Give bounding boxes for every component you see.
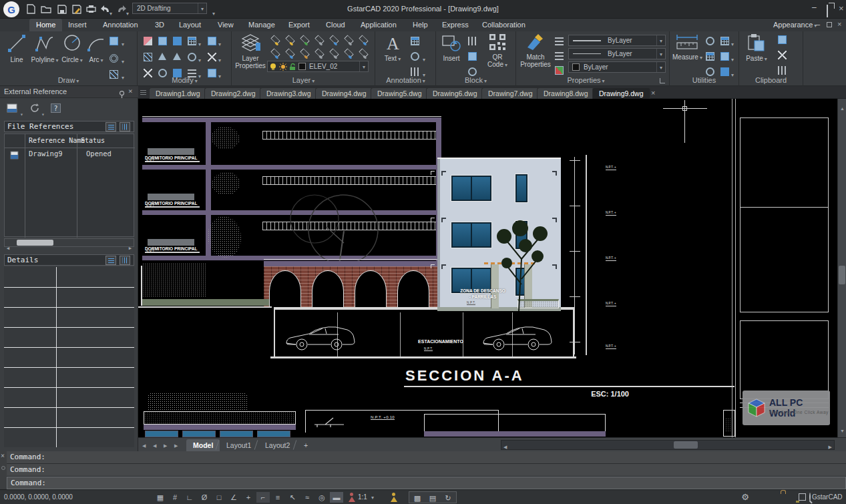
copy-clip-icon[interactable] bbox=[778, 66, 787, 75]
details-view-button-2[interactable] bbox=[120, 256, 130, 265]
lineweight-select[interactable]: ByLayer bbox=[568, 35, 666, 46]
layer-state-icon[interactable] bbox=[314, 35, 324, 44]
list-view-icon[interactable]: ▤ bbox=[426, 493, 439, 503]
gear-icon[interactable]: ⚙ bbox=[738, 492, 752, 503]
array-dropdown-icon[interactable] bbox=[198, 37, 201, 49]
refresh-icon[interactable] bbox=[29, 103, 40, 116]
tab-application[interactable]: Application bbox=[354, 19, 403, 31]
doc-tab-drawing3[interactable]: Drawing3.dwg bbox=[260, 87, 318, 99]
canvas-vscrollbar[interactable] bbox=[837, 99, 846, 437]
block-edit-icon[interactable] bbox=[468, 52, 477, 61]
close-button[interactable] bbox=[839, 3, 844, 13]
linetype-list-icon[interactable] bbox=[555, 51, 564, 60]
doc-tab-drawing7[interactable]: Drawing7.dwg bbox=[481, 87, 540, 99]
paste-special-icon[interactable] bbox=[778, 35, 787, 44]
layer-panel-caption[interactable]: Layer bbox=[232, 75, 375, 85]
tab-layout2[interactable]: Layout2 bbox=[258, 439, 296, 451]
annotation-scale-person-icon[interactable] bbox=[349, 493, 355, 502]
tab-collaboration[interactable]: Collaboration bbox=[475, 19, 532, 31]
doc-tab-drawing5[interactable]: Drawing5.dwg bbox=[371, 87, 429, 99]
text-button[interactable]: A Text bbox=[381, 33, 404, 63]
lineweight-icon[interactable]: ≡ bbox=[271, 492, 284, 503]
find-icon[interactable] bbox=[809, 493, 811, 501]
fullscreen-icon[interactable] bbox=[799, 493, 806, 501]
stretch-tool-icon[interactable] bbox=[144, 53, 152, 61]
mirror-tool-icon[interactable] bbox=[173, 37, 182, 45]
properties-dialog-launcher-icon[interactable] bbox=[660, 78, 665, 83]
ortho-mode-icon[interactable]: ∟ bbox=[183, 492, 196, 503]
first-layout-icon[interactable] bbox=[142, 441, 146, 449]
doc-tab-drawing6[interactable]: Drawing6.dwg bbox=[426, 87, 484, 99]
doc-tab-drawing4[interactable]: Drawing4.dwg bbox=[315, 87, 373, 99]
snap-tracking-icon[interactable]: + bbox=[242, 492, 255, 503]
table-tool-icon[interactable] bbox=[411, 37, 419, 45]
attach-dropdown-icon[interactable] bbox=[20, 106, 23, 119]
align-tool-icon[interactable] bbox=[208, 37, 216, 45]
mdi-close-button[interactable] bbox=[837, 20, 841, 28]
lineweight-list-icon[interactable] bbox=[555, 37, 564, 45]
layer-properties-button[interactable]: Layer Properties bbox=[235, 33, 266, 69]
layer-state-icon[interactable] bbox=[359, 48, 368, 57]
fillet-dropdown-icon[interactable] bbox=[198, 53, 201, 65]
tab-help[interactable]: Help bbox=[406, 19, 435, 31]
hscroll-left-arrow-icon[interactable] bbox=[503, 442, 507, 450]
drawing-canvas[interactable]: DORMITORIO PRINCIPAL N.P.T. DORMITORIO P… bbox=[138, 99, 846, 437]
id-point-dropdown-icon[interactable] bbox=[731, 52, 734, 64]
layer-state-icon[interactable] bbox=[329, 48, 339, 57]
leader-dropdown-icon[interactable] bbox=[423, 52, 425, 64]
object-snap-icon[interactable]: □ bbox=[212, 492, 226, 503]
modify-panel-caption[interactable]: Modify bbox=[138, 75, 231, 85]
tab-cloud[interactable]: Cloud bbox=[319, 19, 352, 31]
paste-button[interactable]: Paste bbox=[743, 33, 770, 63]
rectangle-dropdown-icon[interactable] bbox=[122, 37, 124, 49]
tab-insert[interactable]: Insert bbox=[61, 19, 93, 31]
angle-tool-icon[interactable] bbox=[706, 37, 714, 45]
offset-dropdown-icon[interactable] bbox=[218, 53, 221, 65]
draw-panel-caption[interactable]: Draw bbox=[0, 75, 137, 85]
selection-cursor-icon[interactable]: ↖ bbox=[286, 492, 299, 503]
tab-express[interactable]: Express bbox=[435, 19, 475, 31]
tab-export[interactable]: Export bbox=[282, 19, 316, 31]
column-header-reference-name[interactable]: Reference Name bbox=[29, 137, 85, 144]
table-calc-icon[interactable] bbox=[706, 52, 714, 61]
hscroll-thumb-canvas[interactable] bbox=[674, 441, 698, 449]
circle-button[interactable]: Circle bbox=[60, 33, 84, 64]
offset-tool-icon[interactable] bbox=[208, 53, 216, 61]
layer-isolate-icon[interactable]: ≈ bbox=[300, 492, 314, 503]
donut-tool-icon[interactable] bbox=[110, 54, 118, 63]
canvas-hscrollbar[interactable] bbox=[501, 440, 835, 450]
mdi-minimize-button[interactable] bbox=[816, 20, 820, 28]
properties-panel-caption[interactable]: Properties bbox=[516, 75, 656, 85]
block-base-icon[interactable] bbox=[468, 37, 477, 45]
hscroll-left-icon[interactable] bbox=[7, 240, 9, 252]
copy-tool-icon[interactable] bbox=[158, 37, 167, 45]
layer-state-icon[interactable] bbox=[285, 35, 294, 44]
grid-display-icon[interactable]: ▦ bbox=[154, 492, 167, 503]
annotation-scale-dropdown-icon[interactable] bbox=[371, 493, 374, 501]
tree-view-button[interactable] bbox=[120, 122, 130, 132]
clipboard-panel-caption[interactable]: Clipboard bbox=[739, 75, 803, 85]
qr-code-button[interactable]: QR Code bbox=[483, 33, 512, 69]
layer-dropdown-icon[interactable] bbox=[359, 61, 368, 71]
table-row[interactable]: Drawing9 Opened bbox=[5, 148, 135, 160]
align-dropdown-icon[interactable] bbox=[218, 37, 221, 49]
color-dropdown-icon[interactable] bbox=[656, 62, 665, 72]
zoom-status-icon[interactable]: ◎ bbox=[315, 492, 329, 503]
layer-state-icon[interactable] bbox=[344, 48, 353, 57]
measure-button[interactable]: Measure bbox=[672, 33, 702, 61]
erase-tool-icon[interactable] bbox=[144, 37, 152, 45]
rectangle-tool-icon[interactable] bbox=[110, 37, 118, 45]
doc-tab-drawing8[interactable]: Drawing8.dwg bbox=[537, 87, 595, 99]
command-input-line[interactable]: Command: bbox=[7, 477, 846, 489]
layer-state-icon[interactable] bbox=[300, 35, 309, 44]
tab-annotation[interactable]: Annotation bbox=[96, 19, 145, 31]
id-point-icon[interactable] bbox=[720, 52, 729, 61]
color-select[interactable]: ByLayer bbox=[568, 61, 666, 73]
command-options-icon[interactable] bbox=[1, 466, 5, 470]
doc-tab-drawing2[interactable]: Drawing2.dwg bbox=[204, 87, 262, 99]
file-references-hscrollbar[interactable] bbox=[4, 238, 134, 247]
column-header-status[interactable]: Status bbox=[81, 137, 105, 144]
layer-state-icon[interactable] bbox=[285, 48, 294, 57]
vscroll-down-icon[interactable] bbox=[840, 423, 845, 435]
prev-layout-icon[interactable] bbox=[153, 441, 156, 449]
